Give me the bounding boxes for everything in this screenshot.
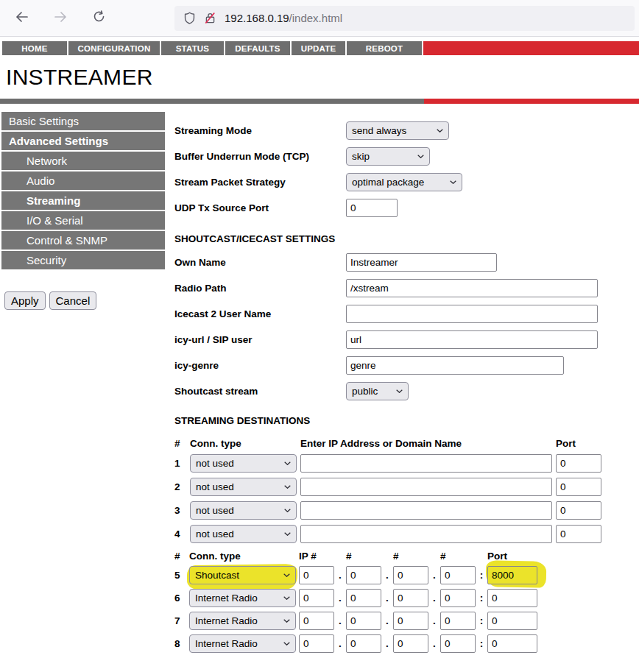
- sidebar-item-audio[interactable]: Audio: [1, 171, 165, 190]
- ip-dot-separator: .: [431, 615, 437, 626]
- dest5-ip-octet4-input[interactable]: [440, 566, 476, 584]
- dest3-address-input[interactable]: [300, 501, 552, 520]
- dest2-port-input[interactable]: [556, 478, 601, 496]
- sidebar-menu: Basic Settings Advanced Settings Network…: [1, 112, 165, 269]
- form-row-udp-tx-port: UDP Tx Source Port: [174, 199, 639, 217]
- dest7-conn-type-select[interactable]: Internet Radio: [189, 612, 296, 630]
- dest2-conn-type-select[interactable]: not used: [190, 478, 297, 496]
- dest-row-number: 2: [174, 481, 186, 492]
- reload-button[interactable]: [88, 8, 109, 29]
- sidebar-item-advanced-settings[interactable]: Advanced Settings: [1, 132, 165, 150]
- udp-tx-port-label: UDP Tx Source Port: [174, 202, 346, 213]
- dest5-ip-octet1-input[interactable]: [299, 566, 334, 584]
- sidebar-item-control-snmp[interactable]: Control & SNMP: [1, 231, 165, 250]
- packet-strategy-select[interactable]: optimal package: [346, 173, 462, 191]
- back-button[interactable]: [12, 8, 32, 29]
- streaming-mode-label: Streaming Mode: [174, 125, 346, 136]
- port-colon-separator: :: [479, 570, 484, 581]
- destinations-table-domain: # Conn. type Enter IP Address or Domain …: [174, 438, 639, 543]
- dest5-ip-octet2-input[interactable]: [346, 566, 381, 584]
- dest7-ip-octet4-input[interactable]: [440, 612, 476, 630]
- dest8-ip-octet2-input[interactable]: [346, 634, 381, 653]
- dest8-ip-octet4-input[interactable]: [440, 634, 476, 653]
- nav-tab-status[interactable]: STATUS: [161, 41, 224, 55]
- col-header-ip3: #: [393, 551, 428, 562]
- sidebar-item-basic-settings[interactable]: Basic Settings: [1, 112, 165, 130]
- url-host: 192.168.0.19: [225, 12, 289, 24]
- form-row-buffer-underrun: Buffer Underrun Mode (TCP) skip: [174, 147, 639, 166]
- dest7-ip-octet1-input[interactable]: [299, 612, 334, 630]
- dest7-ip-octet3-input[interactable]: [393, 612, 428, 630]
- url-bar[interactable]: 192.168.0.19/index.html: [174, 6, 635, 31]
- nav-tab-update[interactable]: UPDATE: [292, 41, 345, 55]
- sidebar-item-network[interactable]: Network: [1, 152, 165, 170]
- dest6-port-input[interactable]: [487, 589, 537, 607]
- highlighted-conn-type: Shoutcast: [189, 566, 296, 584]
- streaming-mode-select[interactable]: send always: [346, 121, 449, 140]
- dest3-port-input[interactable]: [556, 501, 601, 520]
- dest6-ip-octet3-input[interactable]: [393, 589, 428, 607]
- dest-row-number: 6: [174, 593, 186, 604]
- own-name-input[interactable]: [346, 253, 497, 272]
- port-colon-separator: :: [479, 638, 484, 649]
- forward-button[interactable]: [50, 8, 71, 29]
- form-row-own-name: Own Name: [174, 253, 639, 272]
- ip-dot-separator: .: [384, 593, 390, 604]
- col-header-ip1: IP #: [299, 551, 334, 562]
- shoutcast-stream-select[interactable]: public: [346, 382, 409, 400]
- dest-row-number: 8: [174, 638, 186, 649]
- sidebar-item-security[interactable]: Security: [1, 251, 165, 269]
- content-area: Basic Settings Advanced Settings Network…: [0, 112, 639, 653]
- dest3-conn-type-select[interactable]: not used: [190, 501, 297, 520]
- navbar-red-filler: [423, 41, 639, 55]
- nav-tab-configuration[interactable]: CONFIGURATION: [68, 41, 160, 55]
- browser-nav-buttons: [0, 8, 174, 29]
- dest7-port-input[interactable]: [487, 612, 537, 630]
- dest5-ip-octet3-input[interactable]: [393, 566, 428, 584]
- udp-tx-port-input[interactable]: [346, 199, 398, 217]
- nav-tab-defaults[interactable]: DEFAULTS: [225, 41, 290, 55]
- insecure-lock-icon[interactable]: [204, 12, 216, 24]
- dest-row-number: 1: [174, 458, 186, 469]
- radio-path-input[interactable]: [346, 279, 598, 297]
- page-title: INSTREAMER: [6, 65, 639, 89]
- buffer-underrun-select[interactable]: skip: [346, 147, 430, 166]
- dest5-conn-type-select[interactable]: Shoutcast: [189, 566, 296, 584]
- reload-icon: [93, 10, 105, 26]
- dest8-port-input[interactable]: [487, 634, 537, 653]
- dest8-ip-octet3-input[interactable]: [393, 634, 428, 653]
- ip-dot-separator: .: [431, 638, 437, 649]
- dest6-conn-type-select[interactable]: Internet Radio: [189, 589, 296, 607]
- apply-button[interactable]: Apply: [4, 291, 46, 310]
- icecast-user-input[interactable]: [346, 305, 598, 323]
- col-header-conn-type: Conn. type: [190, 438, 297, 449]
- icy-genre-input[interactable]: [346, 356, 564, 375]
- shield-icon[interactable]: [183, 12, 196, 24]
- sidebar-item-streaming[interactable]: Streaming: [1, 191, 165, 210]
- dest1-conn-type-select[interactable]: not used: [190, 454, 297, 473]
- dest2-address-input[interactable]: [300, 478, 552, 496]
- icy-url-input[interactable]: [346, 330, 598, 349]
- dest1-address-input[interactable]: [300, 454, 552, 473]
- cancel-button[interactable]: Cancel: [49, 291, 97, 310]
- nav-tab-home[interactable]: HOME: [2, 41, 67, 55]
- dest7-ip-octet2-input[interactable]: [346, 612, 381, 630]
- dest4-address-input[interactable]: [300, 525, 552, 543]
- destinations-table-ip: # Conn. type IP # # # # Port 5 Shoutcast…: [174, 551, 639, 653]
- dest4-port-input[interactable]: [556, 525, 601, 543]
- dest4-conn-type-select[interactable]: not used: [190, 525, 297, 543]
- dest6-ip-octet2-input[interactable]: [346, 589, 381, 607]
- sidebar-item-io-serial[interactable]: I/O & Serial: [1, 211, 165, 230]
- dest8-conn-type-select[interactable]: Internet Radio: [189, 634, 296, 653]
- sidebar-actions: Apply Cancel: [1, 291, 165, 310]
- dest1-port-input[interactable]: [556, 454, 601, 473]
- ip-dot-separator: .: [337, 615, 343, 626]
- dest6-ip-octet1-input[interactable]: [299, 589, 334, 607]
- divider-red-segment: [424, 99, 639, 104]
- browser-toolbar: 192.168.0.19/index.html: [0, 0, 639, 37]
- form-row-icy-url: icy-url / SIP user: [174, 330, 639, 349]
- nav-tab-reboot[interactable]: REBOOT: [347, 41, 422, 55]
- dest8-ip-octet1-input[interactable]: [299, 634, 334, 653]
- dest5-port-input[interactable]: [487, 566, 537, 584]
- dest6-ip-octet4-input[interactable]: [440, 589, 476, 607]
